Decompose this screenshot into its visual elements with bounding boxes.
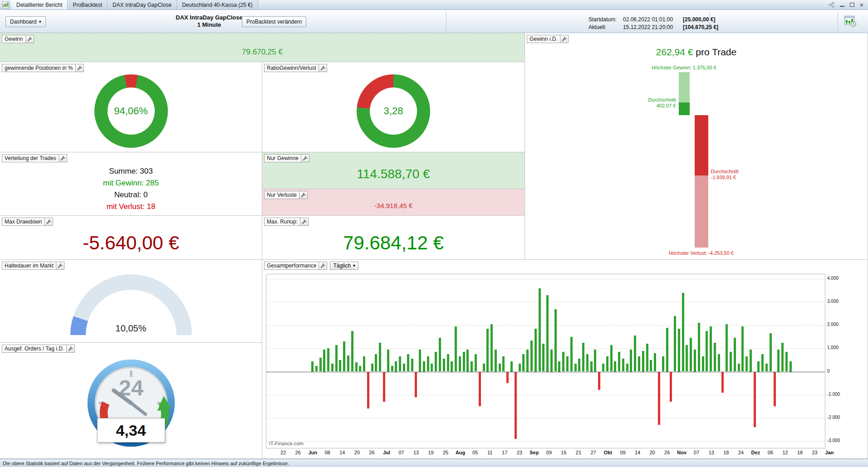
market-time-gauge: 10,05% <box>70 274 192 335</box>
performance-bar <box>375 354 377 371</box>
performance-bar <box>459 356 461 371</box>
performance-bar <box>662 356 664 371</box>
wrench-icon[interactable] <box>45 218 53 226</box>
x-tick-label: 15 <box>561 450 566 455</box>
performance-bar <box>765 364 768 372</box>
performance-bar <box>311 361 314 372</box>
edit-backtest-button[interactable]: ProBacktest verändern <box>242 16 306 27</box>
performance-bar <box>710 326 712 372</box>
performance-bar <box>419 350 421 372</box>
performance-bar <box>718 354 720 371</box>
performance-bar <box>654 353 656 372</box>
winning-positions-donut: 94,06% <box>94 74 168 148</box>
report-icon[interactable] <box>844 15 857 29</box>
toolbar-separator <box>838 11 838 31</box>
performance-bar <box>351 331 353 371</box>
zero-line <box>266 372 825 372</box>
panel-orders-header: Ausgef. Orders / Tag i.D. <box>2 345 75 353</box>
wrench-icon[interactable] <box>301 154 309 162</box>
performance-bar <box>475 354 477 371</box>
x-tick-label: 23 <box>812 450 817 455</box>
avg-trade-title: 262,94 € pro Trade <box>525 47 868 58</box>
market-time-value: 10,05% <box>70 323 192 334</box>
performance-bar <box>363 356 365 371</box>
performance-bar <box>566 356 569 371</box>
trades-total: Summe: 303 <box>0 165 262 177</box>
performance-bar <box>686 345 688 372</box>
wrench-icon[interactable] <box>319 64 327 72</box>
performance-bar <box>750 350 752 372</box>
performance-bar <box>790 361 792 372</box>
tab-label: ProBacktest <box>73 2 102 8</box>
tab-dax-intraday-gapclose[interactable]: DAX IntraDay GapClose <box>108 0 177 10</box>
winning-positions-value: 94,06% <box>94 74 168 148</box>
period-dropdown-label: Täglich <box>333 263 351 269</box>
performance-bar <box>730 352 732 371</box>
wrench-icon[interactable] <box>76 64 84 72</box>
performance-y-axis: 4.0003.0002.0001.0000-1.000-2.000-3.000 <box>827 274 866 448</box>
x-tick-label: 09 <box>620 450 625 455</box>
performance-bar <box>486 329 489 372</box>
panel-haltedauer-label: Haltedauer im Markt <box>2 262 56 270</box>
minimize-button[interactable] <box>840 3 844 7</box>
avg-trade-suffix: pro Trade <box>696 47 736 57</box>
panel-verteilung-label: Verteilung der Trades <box>2 154 59 162</box>
watermark: IT-Finance.com <box>269 441 304 446</box>
detailed-report-window: Detaillierter Bericht ProBacktest DAX In… <box>0 0 868 467</box>
wrench-icon[interactable] <box>560 35 569 43</box>
start-capital-value: [25.000,00 €] <box>683 16 715 24</box>
ratio-donut: 3,28 <box>357 74 430 148</box>
panel-gesamtperformance: Gesamtperformance Täglich ▾ IT-Finance.c… <box>262 260 868 459</box>
panel-max-drawdown-label: Max Drawdown <box>2 218 45 226</box>
performance-bar <box>479 372 481 407</box>
current-date-label: Aktuell: <box>588 24 623 31</box>
avg-loss-label-line2: -1.939,91 € <box>711 175 779 180</box>
tab-detaillierter-bericht[interactable]: Detaillierter Bericht <box>11 0 68 10</box>
wrench-icon[interactable] <box>59 154 67 162</box>
wrench-icon[interactable] <box>319 262 327 270</box>
trades-neutral: Neutral: 0 <box>0 189 262 201</box>
panel-orders-label: Ausgef. Orders / Tag i.D. <box>2 345 67 353</box>
performance-bar <box>347 355 349 372</box>
period-dropdown[interactable]: Täglich ▾ <box>330 262 358 270</box>
avg-loss-label-line1: Durchschnitt <box>711 169 779 175</box>
performance-bar <box>610 345 613 372</box>
share-icon[interactable] <box>829 2 834 8</box>
performance-bar <box>323 350 325 372</box>
performance-bar <box>761 354 764 371</box>
performance-bar <box>522 354 525 371</box>
panel-orders-per-day: Ausgef. Orders / Tag i.D. 24 <box>0 343 262 459</box>
x-tick-label: Dez <box>751 450 760 455</box>
panel-max-runup: Max. Runup: 79.684,12 € <box>262 216 525 260</box>
tab-deutschland-40-kassa[interactable]: Deutschland 40-Kassa (25 €) <box>177 0 258 10</box>
x-tick-label: 20 <box>649 450 655 455</box>
maximize-button[interactable] <box>850 3 854 7</box>
dashboard-menu-label: Dashboard <box>10 19 37 25</box>
close-button[interactable]: × <box>860 2 863 8</box>
performance-bar <box>642 351 644 372</box>
performance-bar <box>777 350 780 372</box>
y-tick-label: -2.000 <box>827 415 840 420</box>
panel-gesamtperformance-header: Gesamtperformance Täglich ▾ <box>264 262 358 270</box>
tab-probacktest[interactable]: ProBacktest <box>68 0 108 10</box>
x-tick-label: 06 <box>768 450 773 455</box>
wrench-icon[interactable] <box>299 191 308 199</box>
wrench-icon[interactable] <box>56 262 64 270</box>
performance-bar <box>590 361 593 372</box>
wrench-icon[interactable] <box>300 218 309 226</box>
wrench-icon[interactable] <box>26 35 34 43</box>
tab-label: DAX IntraDay GapClose <box>113 2 172 8</box>
performance-bar <box>582 343 584 372</box>
performance-bar <box>646 344 648 371</box>
performance-bar <box>519 364 521 372</box>
dashboard-menu-button[interactable]: Dashboard ▾ <box>5 16 46 27</box>
performance-bar <box>634 336 636 371</box>
wrench-icon[interactable] <box>67 345 75 353</box>
y-tick-label: -1.000 <box>827 392 840 397</box>
performance-bar <box>535 329 537 372</box>
avg-loss-bar <box>695 115 708 175</box>
x-tick-label: 26 <box>369 450 374 455</box>
performance-bar <box>622 359 624 371</box>
performance-bar <box>355 362 358 371</box>
current-date-row: Aktuell: 15.12.2022 21:20:00 [104.670,25… <box>588 24 718 31</box>
